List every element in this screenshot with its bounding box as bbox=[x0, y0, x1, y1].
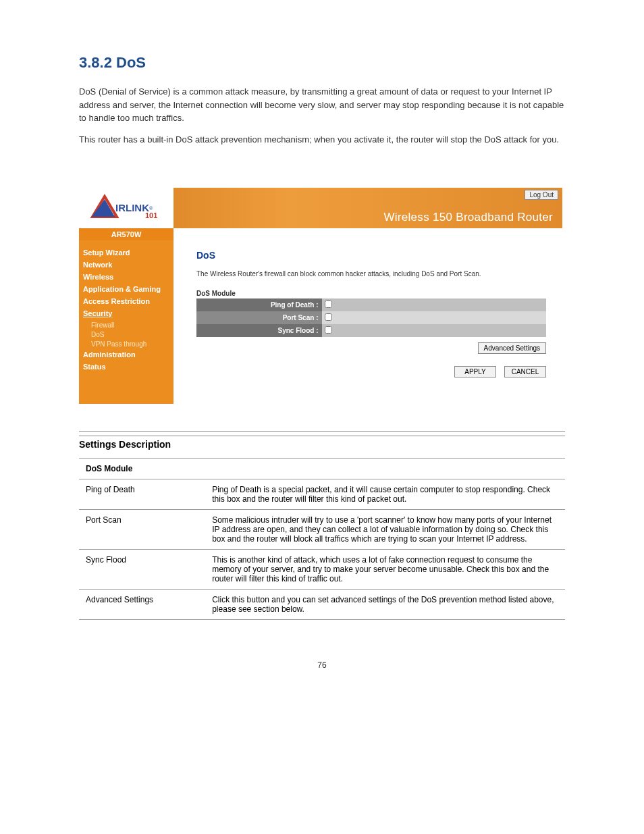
dos-settings-table: Ping of Death : Port Scan : Sync Flood : bbox=[196, 298, 546, 337]
subnav-vpn[interactable]: VPN Pass through bbox=[91, 340, 169, 348]
settings-heading: Settings Description bbox=[79, 436, 565, 450]
doc-heading: 3.8.2 DoS bbox=[79, 54, 565, 72]
cell-ping-desc: Ping of Death is a special packet, and i… bbox=[205, 479, 565, 510]
row-ping-label: Ping of Death : bbox=[196, 298, 322, 311]
content-area: DoS The Wireless Router's firewall can b… bbox=[173, 228, 562, 404]
sidebar: AR570W Setup Wizard Network Wireless App… bbox=[79, 228, 173, 404]
logout-button[interactable]: Log Out bbox=[525, 190, 558, 200]
content-desc: The Wireless Router's firewall can block… bbox=[196, 270, 546, 278]
svg-text:IRLINK: IRLINK bbox=[115, 202, 149, 213]
settings-description-table: DoS Module Ping of Death Ping of Death i… bbox=[79, 458, 565, 620]
nav-setup-wizard[interactable]: Setup Wizard bbox=[83, 249, 169, 257]
svg-text:®: ® bbox=[149, 206, 153, 211]
module-label: DoS Module bbox=[196, 290, 546, 297]
doc-intro-2: This router has a built-in DoS attack pr… bbox=[79, 133, 565, 147]
router-screenshot: IRLINK ® 101 Log Out Wireless 150 Broadb… bbox=[79, 188, 562, 404]
nav-wireless[interactable]: Wireless bbox=[83, 273, 169, 281]
apply-button[interactable]: APPLY bbox=[454, 366, 496, 377]
logo-area: IRLINK ® 101 bbox=[79, 188, 173, 228]
nav-status[interactable]: Status bbox=[83, 363, 169, 371]
cell-adv-label: Advanced Settings bbox=[79, 590, 205, 620]
nav-security[interactable]: Security bbox=[83, 309, 169, 317]
cell-syncflood-label: Sync Flood bbox=[79, 550, 205, 590]
advanced-settings-button[interactable]: Advanced Settings bbox=[478, 342, 546, 354]
row-portscan-label: Port Scan : bbox=[196, 311, 322, 324]
row-syncflood-label: Sync Flood : bbox=[196, 324, 322, 337]
port-scan-checkbox[interactable] bbox=[325, 313, 332, 321]
cell-ping-label: Ping of Death bbox=[79, 479, 205, 510]
cell-adv-desc: Click this button and you can set advanc… bbox=[205, 590, 565, 620]
doc-intro-1: DoS (Denial of Service) is a common atta… bbox=[79, 85, 565, 125]
cell-portscan-label: Port Scan bbox=[79, 510, 205, 550]
airlink-logo-icon: IRLINK ® 101 bbox=[86, 191, 167, 225]
cell-portscan-desc: Some malicious intruder will try to use … bbox=[205, 510, 565, 550]
subnav-firewall[interactable]: Firewall bbox=[91, 321, 169, 329]
nav-network[interactable]: Network bbox=[83, 261, 169, 269]
model-badge: AR570W bbox=[79, 228, 173, 240]
cancel-button[interactable]: CANCEL bbox=[504, 366, 546, 377]
page-number: 76 bbox=[79, 660, 565, 670]
sync-flood-checkbox[interactable] bbox=[325, 326, 332, 334]
subnav-dos[interactable]: DoS bbox=[91, 331, 169, 338]
nav-application-gaming[interactable]: Application & Gaming bbox=[83, 285, 169, 293]
header-bar: Log Out Wireless 150 Broadband Router bbox=[173, 188, 562, 228]
content-title: DoS bbox=[196, 250, 546, 261]
cell-syncflood-desc: This is another kind of attack, which us… bbox=[205, 550, 565, 590]
th-module: DoS Module bbox=[79, 459, 205, 479]
ping-of-death-checkbox[interactable] bbox=[325, 301, 332, 308]
nav-access-restriction[interactable]: Access Restriction bbox=[83, 297, 169, 305]
svg-text:101: 101 bbox=[145, 211, 157, 219]
nav-administration[interactable]: Administration bbox=[83, 350, 169, 359]
router-title: Wireless 150 Broadband Router bbox=[383, 211, 553, 224]
th-desc bbox=[205, 459, 565, 479]
